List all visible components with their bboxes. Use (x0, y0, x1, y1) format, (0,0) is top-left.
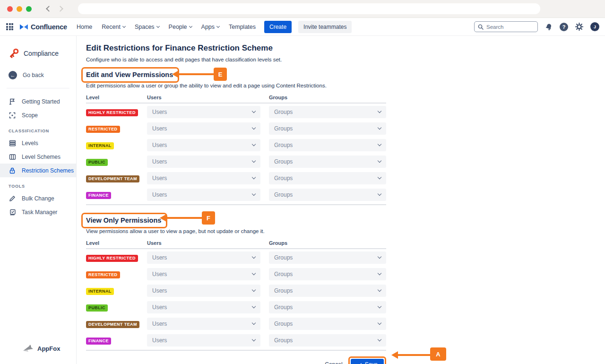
permission-row: PUBLICUsersGroups (86, 299, 386, 315)
annotation-line-e (178, 73, 214, 75)
help-icon[interactable]: ? (560, 23, 568, 31)
sidebar-item-task-manager[interactable]: Task Manager (0, 205, 76, 219)
level-badge: FINANCE (86, 338, 111, 345)
chevron-down-icon (378, 271, 381, 275)
appfox-fox-icon (23, 345, 34, 353)
pencil-icon (9, 195, 16, 202)
sidebar-section-tools: TOOLS (0, 184, 76, 189)
permission-row: PUBLICUsersGroups (86, 153, 386, 170)
sidebar: Compliance ← Go back Getting Started Sco… (0, 36, 77, 364)
chevron-down-icon (189, 24, 192, 27)
sidebar-item-levels[interactable]: Levels (0, 136, 76, 150)
sidebar-item-restriction-schemes[interactable]: Restriction Schemes (0, 164, 76, 177)
groups-dropdown[interactable]: Groups (269, 156, 386, 168)
edit-section-annotation-box: Edit and View Permissions (81, 67, 179, 83)
browser-forward-button[interactable] (57, 5, 65, 13)
users-dropdown[interactable]: Users (147, 268, 260, 280)
address-bar[interactable] (78, 3, 540, 14)
notifications-bell-icon[interactable] (545, 23, 553, 31)
view-section-description: View permissions allow a user to view a … (86, 228, 389, 234)
chevron-down-icon (216, 24, 220, 27)
level-badge: INTERNAL (86, 142, 114, 149)
minimize-window-button[interactable] (17, 6, 22, 12)
users-dropdown[interactable]: Users (147, 139, 260, 151)
groups-dropdown[interactable]: Groups (269, 139, 386, 151)
level-badge: DEVELOPMENT TEAM (86, 321, 139, 328)
chevron-down-icon (378, 175, 381, 179)
confluence-logo[interactable]: Confluence (20, 23, 67, 31)
permission-row: RESTRICTEDUsersGroups (86, 266, 386, 282)
edit-section-description: Edit permissions allow a user or group t… (86, 83, 389, 88)
nav-item-home[interactable]: Home (77, 24, 92, 30)
go-back-button[interactable]: ← Go back (0, 68, 76, 82)
view-table-rows: HIGHLY RESTRICTEDUsersGroupsRESTRICTEDUs… (86, 249, 386, 348)
nav-item-recent[interactable]: Recent (102, 24, 125, 30)
close-window-button[interactable] (7, 6, 13, 12)
groups-dropdown[interactable]: Groups (269, 172, 386, 184)
table-header: Level Users Groups (86, 95, 386, 100)
edit-section-title: Edit and View Permissions (86, 71, 173, 78)
sidebar-divider (7, 88, 69, 88)
nav-item-apps[interactable]: Apps (201, 24, 220, 30)
nav-item-spaces[interactable]: Spaces (135, 24, 159, 30)
groups-dropdown[interactable]: Groups (269, 122, 386, 135)
users-dropdown[interactable]: Users (147, 122, 260, 135)
user-avatar[interactable]: J (590, 22, 599, 31)
groups-dropdown[interactable]: Groups (269, 189, 386, 201)
table-bottom-divider (86, 350, 386, 351)
nav-item-templates[interactable]: Templates (229, 24, 256, 30)
sidebar-item-scope[interactable]: Scope (0, 108, 76, 122)
permission-row: DEVELOPMENT TEAMUsersGroups (86, 170, 386, 186)
scope-target-icon (9, 112, 16, 119)
nav-item-people[interactable]: People (169, 24, 192, 30)
users-dropdown[interactable]: Users (147, 172, 260, 184)
create-button[interactable]: Create (264, 21, 292, 33)
level-badge: PUBLIC (86, 159, 108, 166)
groups-dropdown[interactable]: Groups (269, 285, 386, 297)
permission-row: HIGHLY RESTRICTEDUsersGroups (86, 249, 386, 266)
groups-dropdown[interactable]: Groups (269, 318, 386, 330)
browser-back-button[interactable] (45, 5, 52, 13)
groups-dropdown[interactable]: Groups (269, 106, 386, 118)
chevron-down-icon (378, 109, 381, 113)
users-dropdown[interactable]: Users (147, 334, 260, 347)
chevron-down-icon (378, 304, 381, 308)
maximize-window-button[interactable] (26, 6, 32, 12)
save-button[interactable]: Save (351, 359, 384, 364)
search-box[interactable] (474, 21, 538, 32)
groups-dropdown[interactable]: Groups (269, 268, 386, 280)
users-dropdown[interactable]: Users (147, 156, 260, 168)
settings-gear-icon[interactable] (575, 23, 583, 31)
sidebar-item-getting-started[interactable]: Getting Started (0, 95, 76, 108)
sidebar-item-level-schemes[interactable]: Level Schemes (0, 150, 76, 164)
users-dropdown[interactable]: Users (147, 251, 260, 264)
users-dropdown[interactable]: Users (147, 318, 260, 330)
save-annotation-box: Save (348, 356, 386, 364)
main-content: Edit Restrictions for Finance Restrictio… (77, 36, 605, 364)
app-switcher-icon[interactable] (6, 23, 13, 30)
sidebar-item-bulk-change[interactable]: Bulk Change (0, 191, 76, 205)
users-dropdown[interactable]: Users (147, 301, 260, 313)
chevron-down-icon (252, 271, 256, 275)
annotation-label-e: E (214, 68, 227, 81)
chevron-down-icon (252, 304, 256, 308)
chevron-down-icon (378, 159, 381, 163)
users-dropdown[interactable]: Users (147, 106, 260, 118)
groups-dropdown[interactable]: Groups (269, 251, 386, 264)
users-dropdown[interactable]: Users (147, 189, 260, 201)
users-dropdown[interactable]: Users (147, 285, 260, 297)
chevron-down-icon (252, 175, 256, 179)
chevron-down-icon (252, 288, 256, 292)
groups-dropdown[interactable]: Groups (269, 301, 386, 313)
check-icon (357, 362, 362, 364)
key-icon (8, 47, 20, 60)
window-controls (7, 6, 32, 12)
search-input[interactable] (486, 24, 534, 30)
chevron-down-icon (378, 288, 381, 292)
view-permissions-section: View Only Permissions View permissions a… (86, 216, 389, 351)
level-badge: RESTRICTED (86, 271, 120, 278)
cancel-button[interactable]: Cancel (325, 361, 342, 364)
level-badge: RESTRICTED (86, 126, 120, 133)
groups-dropdown[interactable]: Groups (269, 334, 386, 347)
invite-teammates-button[interactable]: Invite teammates (298, 21, 352, 33)
